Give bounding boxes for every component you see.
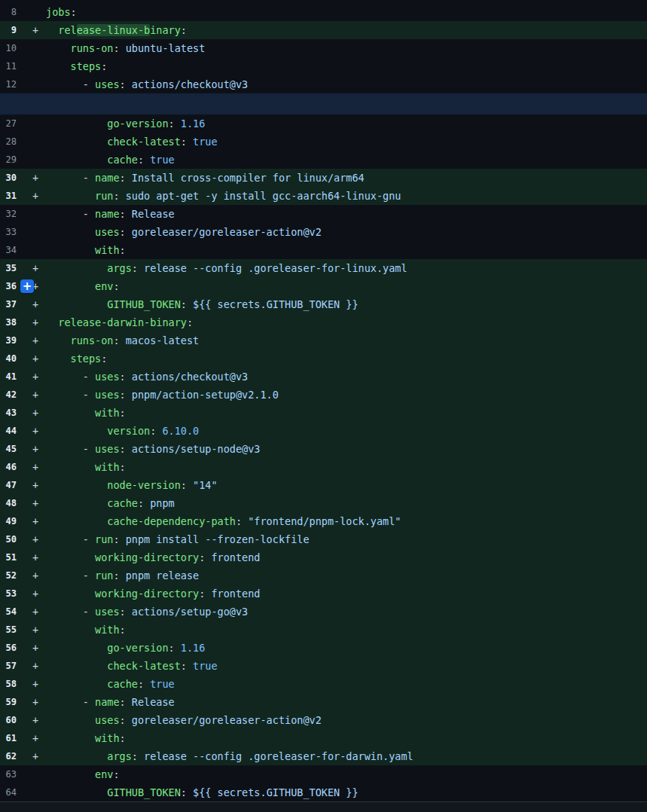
code-text: with: bbox=[46, 458, 647, 476]
code-text: env: bbox=[46, 277, 647, 295]
code-token: : bbox=[138, 497, 150, 509]
line-number[interactable]: 45 bbox=[0, 440, 26, 458]
code-token: cache bbox=[107, 678, 138, 690]
code-token: name bbox=[95, 208, 120, 220]
line-number[interactable]: 9 bbox=[0, 21, 26, 39]
line-number[interactable]: 50 bbox=[0, 530, 26, 548]
diff-marker: + bbox=[26, 259, 46, 277]
diff-marker bbox=[26, 241, 46, 259]
diff-line: 9+ release-linux-binary: bbox=[0, 21, 647, 39]
line-number[interactable]: 46 bbox=[0, 458, 26, 476]
code-token: - bbox=[46, 443, 95, 455]
diff-line: 61+ with: bbox=[0, 729, 647, 747]
line-number[interactable]: 28 bbox=[0, 133, 26, 151]
code-token: version bbox=[107, 425, 150, 437]
diff-marker: + bbox=[26, 187, 46, 205]
line-number[interactable]: 53 bbox=[0, 585, 26, 603]
code-token: cache bbox=[107, 154, 138, 166]
code-token: : bbox=[120, 714, 132, 726]
code-token: : bbox=[199, 588, 211, 600]
diff-marker: + bbox=[26, 747, 46, 765]
line-number[interactable]: 33 bbox=[0, 223, 26, 241]
code-token: : bbox=[132, 750, 144, 762]
diff-line: 29 cache: true bbox=[0, 151, 647, 169]
code-text: with: bbox=[46, 241, 647, 259]
line-number[interactable]: 61 bbox=[0, 729, 26, 747]
code-token: ${{ secrets.GITHUB_TOKEN }} bbox=[193, 786, 358, 798]
line-number[interactable]: 32 bbox=[0, 205, 26, 223]
line-number[interactable]: 29 bbox=[0, 151, 26, 169]
line-number[interactable]: 49 bbox=[0, 512, 26, 530]
code-text: check-latest: true bbox=[46, 133, 647, 151]
line-number[interactable]: 42 bbox=[0, 386, 26, 404]
code-token: - bbox=[46, 389, 95, 401]
line-number[interactable]: 57 bbox=[0, 657, 26, 675]
code-token: : bbox=[169, 642, 181, 654]
code-token bbox=[46, 262, 107, 274]
code-token: : bbox=[181, 479, 193, 491]
line-number[interactable]: 39 bbox=[0, 331, 26, 350]
line-number[interactable]: 51 bbox=[0, 548, 26, 566]
code-token: node-version bbox=[107, 479, 181, 491]
hunk-expander-row[interactable] bbox=[0, 93, 647, 114]
code-token: : bbox=[181, 136, 193, 148]
code-token bbox=[46, 714, 95, 726]
line-number[interactable]: 54 bbox=[0, 603, 26, 621]
line-number[interactable]: 37 bbox=[0, 295, 26, 313]
line-number[interactable]: 52 bbox=[0, 566, 26, 585]
line-number[interactable]: 10 bbox=[0, 39, 26, 57]
line-number[interactable]: 47 bbox=[0, 476, 26, 494]
line-number[interactable]: 38 bbox=[0, 313, 26, 331]
code-token: pnpm release bbox=[126, 569, 200, 582]
line-number[interactable]: 31 bbox=[0, 187, 26, 205]
code-token: go-version bbox=[107, 642, 168, 654]
line-number[interactable]: 56 bbox=[0, 639, 26, 657]
line-number[interactable]: 64 bbox=[0, 783, 26, 801]
code-text: working-directory: frontend bbox=[46, 548, 647, 566]
code-token: rel bbox=[58, 24, 76, 36]
line-number[interactable]: 63 bbox=[0, 765, 26, 783]
line-number[interactable]: 58 bbox=[0, 675, 26, 693]
line-number[interactable]: 60 bbox=[0, 711, 26, 729]
diff-marker: + bbox=[26, 458, 46, 476]
line-number[interactable]: 41 bbox=[0, 368, 26, 386]
line-number[interactable]: 12 bbox=[0, 75, 26, 93]
line-number[interactable]: 44 bbox=[0, 422, 26, 440]
code-token: release --config .goreleaser-for-darwin.… bbox=[144, 750, 414, 762]
line-number[interactable]: 59 bbox=[0, 693, 26, 711]
diff-line: 64 GITHUB_TOKEN: ${{ secrets.GITHUB_TOKE… bbox=[0, 783, 647, 801]
line-number[interactable]: 40 bbox=[0, 350, 26, 368]
code-token: runs-on bbox=[71, 42, 114, 54]
line-number[interactable]: 48 bbox=[0, 494, 26, 512]
code-token bbox=[46, 425, 107, 437]
code-text: uses: goreleaser/goreleaser-action@v2 bbox=[46, 711, 647, 729]
diff-line: 56+ go-version: 1.16 bbox=[0, 639, 647, 657]
code-token: GITHUB_TOKEN bbox=[107, 298, 181, 310]
diff-marker: + bbox=[26, 386, 46, 404]
line-number[interactable]: 34 bbox=[0, 241, 26, 259]
code-token: : bbox=[120, 407, 126, 419]
line-number[interactable]: 8 bbox=[0, 3, 26, 21]
add-comment-button[interactable]: + bbox=[20, 279, 34, 293]
line-number[interactable]: 35 bbox=[0, 259, 26, 277]
code-token: : bbox=[120, 208, 132, 220]
code-token bbox=[46, 407, 95, 419]
code-token: : bbox=[120, 78, 132, 90]
code-token: goreleaser/goreleaser-action@v2 bbox=[132, 226, 322, 238]
code-token: jobs bbox=[46, 6, 71, 18]
code-text: - uses: pnpm/action-setup@v2.1.0 bbox=[46, 386, 647, 404]
code-token: Install cross-compiler for linux/arm64 bbox=[132, 172, 365, 184]
line-number[interactable]: 30 bbox=[0, 169, 26, 187]
line-number[interactable]: 62 bbox=[0, 747, 26, 765]
line-number[interactable]: 55 bbox=[0, 621, 26, 639]
code-text: - name: Release bbox=[46, 693, 647, 711]
line-number[interactable]: 43 bbox=[0, 404, 26, 422]
line-number[interactable]: 11 bbox=[0, 57, 26, 75]
code-token bbox=[46, 154, 107, 166]
code-text: args: release --config .goreleaser-for-d… bbox=[46, 747, 647, 765]
diff-marker bbox=[26, 39, 46, 57]
line-number[interactable]: 27 bbox=[0, 114, 26, 133]
code-text: - run: pnpm release bbox=[46, 566, 647, 585]
code-text: - uses: actions/checkout@v3 bbox=[46, 368, 647, 386]
code-token: 1.16 bbox=[181, 642, 206, 654]
